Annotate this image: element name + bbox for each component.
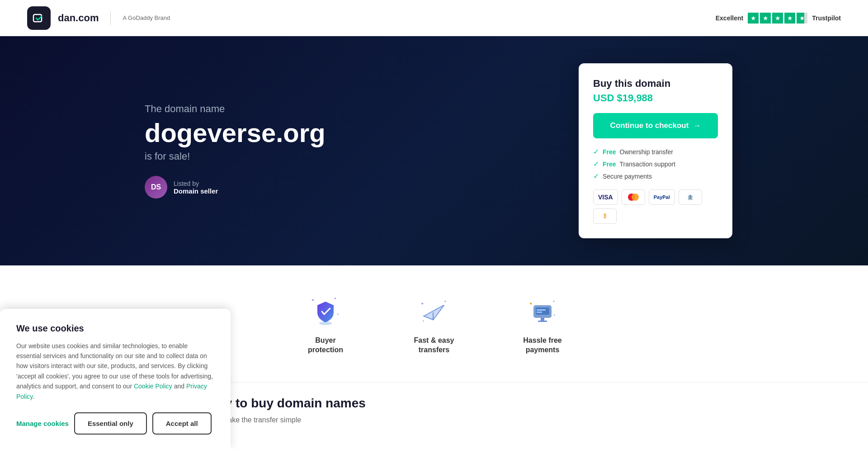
star-5-half: ★ (797, 13, 807, 24)
accept-all-button[interactable]: Accept all (152, 412, 212, 435)
feature-hassle-free-label: Hassle free payments (515, 336, 570, 355)
buy-price: USD $19,988 (593, 92, 718, 104)
feature-fast-transfers: ✦ ✦ ✦ Fast & easy transfers (407, 293, 461, 355)
svg-text:✦: ✦ (529, 301, 533, 306)
hero-left: The domain name dogeverse.org is for sal… (145, 103, 579, 199)
check-icon-3: ✓ (593, 172, 599, 180)
avatar: DS (145, 176, 167, 199)
buy-card: Buy this domain USD $19,988 Continue to … (579, 63, 732, 238)
buy-title: Buy this domain (593, 78, 718, 90)
trustpilot-label: Trustpilot (812, 14, 841, 22)
seller-listed-by: Listed by (174, 180, 218, 187)
svg-point-6 (319, 321, 332, 325)
logo-area: dan.com A GoDaddy Brand (27, 6, 170, 30)
svg-rect-16 (537, 312, 542, 313)
fast-transfers-icon: ✦ ✦ ✦ (416, 293, 452, 329)
feature-text-1: Ownership transfer (620, 148, 673, 156)
hero-for-sale: is for sale! (145, 151, 579, 162)
feature-buyer-protection-label: Buyer protection (298, 336, 353, 355)
manage-cookies-button[interactable]: Manage cookies (16, 420, 69, 427)
essential-only-button[interactable]: Essential only (74, 412, 147, 435)
logo-text: dan.com (58, 12, 99, 24)
feature-buyer-protection: ✦ ✦ ✦ Buyer protection (298, 293, 353, 355)
trustpilot-area: Excellent ★ ★ ★ ★ ★ Trustpilot (716, 13, 841, 24)
svg-rect-18 (538, 321, 547, 322)
trustpilot-excellent-label: Excellent (716, 14, 743, 22)
godaddy-brand: A GoDaddy Brand (123, 14, 170, 21)
seller-info: DS Listed by Domain seller (145, 176, 579, 199)
visa-badge: VISA (593, 189, 618, 205)
cookie-text: Our website uses cookies and similar tec… (16, 341, 214, 402)
svg-text:✦: ✦ (311, 298, 315, 302)
logo-icon (27, 6, 51, 30)
svg-text:✦: ✦ (334, 297, 337, 301)
cookie-buttons: Manage cookies Essential only Accept all (16, 412, 214, 435)
checkout-button[interactable]: Continue to checkout → (593, 113, 718, 138)
header: dan.com A GoDaddy Brand Excellent ★ ★ ★ … (0, 0, 868, 36)
svg-point-2 (632, 194, 639, 201)
free-label-2: Free (603, 161, 616, 168)
check-icon-1: ✓ (593, 147, 599, 156)
cookie-policy-link[interactable]: Cookie Policy (134, 383, 172, 390)
mastercard-badge (622, 189, 645, 205)
cookie-title: We use cookies (16, 323, 214, 334)
hero-domain: dogeverse.org (145, 118, 579, 147)
seller-name: Domain seller (174, 187, 218, 195)
hero-section: The domain name dogeverse.org is for sal… (0, 36, 868, 265)
svg-rect-17 (541, 318, 544, 321)
star-3: ★ (772, 13, 783, 24)
hero-subtitle: The domain name (145, 103, 579, 115)
svg-text:✦: ✦ (420, 301, 424, 306)
seller-text: Listed by Domain seller (174, 180, 218, 195)
svg-text:✦: ✦ (553, 314, 556, 317)
feature-text-3: Secure payments (603, 173, 652, 180)
payment-methods: VISA PayPal 🏦 ₿ (593, 189, 718, 224)
hassle-free-icon: ✦ ✦ ✦ (524, 293, 561, 329)
trustpilot-stars: ★ ★ ★ ★ ★ (748, 13, 807, 24)
star-2: ★ (760, 13, 771, 24)
paypal-badge: PayPal (649, 189, 675, 205)
feature-fast-transfers-label: Fast & easy transfers (407, 336, 461, 355)
svg-text:✦: ✦ (337, 313, 339, 316)
check-icon-2: ✓ (593, 160, 599, 168)
free-label-1: Free (603, 148, 616, 156)
star-1: ★ (748, 13, 759, 24)
buyer-protection-icon: ✦ ✦ ✦ (307, 293, 344, 329)
checkout-arrow: → (693, 121, 701, 130)
star-4: ★ (784, 13, 795, 24)
svg-text:✦: ✦ (444, 300, 447, 303)
feature-transaction: ✓ Free Transaction support (593, 160, 718, 168)
logo-divider (110, 11, 111, 25)
feature-hassle-free: ✦ ✦ ✦ Hassle free payments (515, 293, 570, 355)
svg-rect-15 (537, 309, 546, 311)
svg-text:✦: ✦ (422, 320, 425, 322)
svg-rect-14 (536, 307, 549, 315)
feature-ownership: ✓ Free Ownership transfer (593, 147, 718, 156)
feature-text-2: Transaction support (620, 161, 675, 168)
feature-secure: ✓ Secure payments (593, 172, 718, 180)
cookie-banner: We use cookies Our website uses cookies … (0, 309, 231, 449)
bank-badge: 🏦 (679, 189, 702, 205)
svg-text:✦: ✦ (552, 300, 555, 303)
checkout-label: Continue to checkout (610, 121, 689, 130)
features-list: ✓ Free Ownership transfer ✓ Free Transac… (593, 147, 718, 180)
bitcoin-badge: ₿ (593, 208, 617, 224)
